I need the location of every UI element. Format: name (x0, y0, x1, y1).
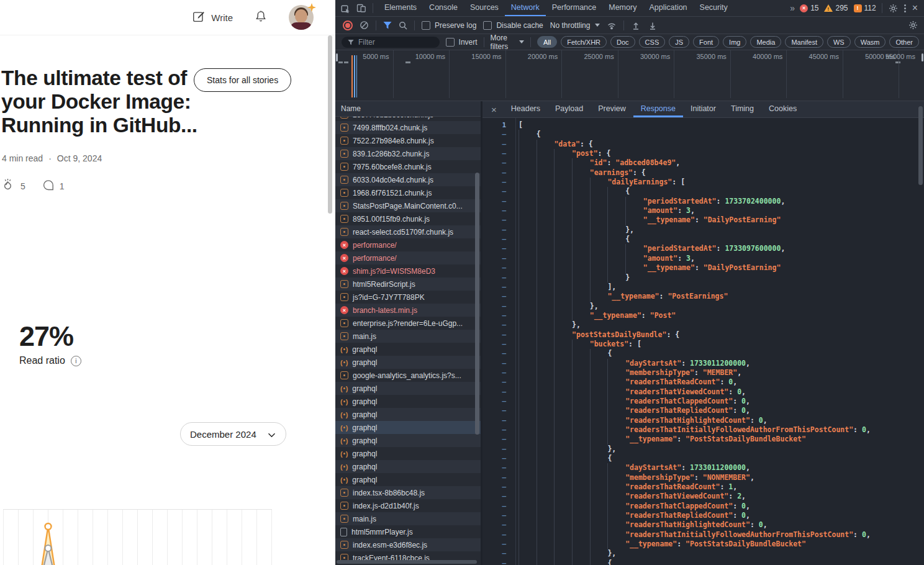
fold-marker-icon[interactable]: – (482, 473, 515, 482)
fold-marker-icon[interactable]: – (482, 187, 515, 196)
fold-marker-icon[interactable]: – (482, 330, 515, 340)
responses-count[interactable]: 1 (60, 181, 65, 191)
devtools-tab-network[interactable]: Network (505, 0, 546, 16)
detail-tab-headers[interactable]: Headers (504, 101, 548, 117)
fold-marker-icon[interactable]: – (482, 197, 515, 206)
response-scrollbar[interactable] (918, 106, 923, 185)
fold-marker-icon[interactable]: – (482, 320, 515, 330)
request-row[interactable]: 839.1c286b32.chunk.js (335, 147, 481, 160)
fold-marker-icon[interactable]: – (482, 377, 515, 387)
fold-marker-icon[interactable]: – (482, 559, 515, 565)
devtools-tab-memory[interactable]: Memory (602, 0, 643, 16)
kebab-menu-icon[interactable] (899, 4, 911, 12)
request-row[interactable]: main.js (335, 330, 481, 343)
info-icon[interactable]: i (71, 356, 81, 366)
request-row[interactable]: ()graphql (335, 434, 481, 447)
detail-tab-response[interactable]: Response (633, 101, 683, 117)
request-row[interactable]: 6033.04dc0e4d.chunk.js (335, 173, 481, 186)
devtools-tab-sources[interactable]: Sources (464, 0, 505, 16)
stats-for-all-stories-button[interactable]: Stats for all stories (194, 68, 291, 92)
request-row[interactable]: 8951.00f15fb9.chunk.js (335, 212, 481, 225)
fold-marker-icon[interactable]: – (482, 206, 515, 215)
filter-type-fetchxhr[interactable]: Fetch/XHR (561, 36, 607, 48)
record-network-log-button[interactable] (343, 20, 353, 30)
request-row[interactable]: index.tsx-8b86bc48.js (335, 486, 481, 499)
fold-marker-icon[interactable]: – (482, 435, 515, 444)
fold-marker-icon[interactable]: – (482, 425, 515, 435)
request-row[interactable]: react-select.cd51709f.chunk.js (335, 225, 481, 238)
fold-marker-icon[interactable]: – (482, 397, 515, 406)
inspect-element-icon[interactable] (341, 4, 350, 13)
fold-marker-icon[interactable]: – (482, 244, 515, 253)
fold-marker-icon[interactable]: – (482, 445, 515, 454)
network-settings-gear-icon[interactable] (908, 20, 918, 30)
request-row[interactable]: StatsPostPage.MainContent.c0... (335, 199, 481, 212)
request-row[interactable]: ×performance/ (335, 238, 481, 251)
fold-marker-icon[interactable]: – (482, 149, 515, 158)
fold-marker-icon[interactable]: – (482, 549, 515, 558)
request-row[interactable]: ()graphql (335, 382, 481, 395)
invert-toggle[interactable]: Invert (446, 38, 478, 47)
fold-marker-icon[interactable]: – (482, 168, 515, 178)
request-row[interactable]: js?id=G-7JY7T788PK (335, 291, 481, 304)
search-icon[interactable] (399, 21, 407, 30)
import-har-icon[interactable] (631, 20, 641, 30)
filter-type-css[interactable]: CSS (639, 36, 666, 48)
throttling-select[interactable]: No throttling (550, 21, 600, 30)
request-row[interactable]: google-analytics_analytics.js?s... (335, 369, 481, 382)
request-row[interactable]: 2557.45b2b5c6.chunk.js (335, 117, 481, 121)
fold-marker-icon[interactable]: – (482, 416, 515, 425)
request-row[interactable]: ()graphql (335, 447, 481, 460)
timeline-ruler[interactable]: 5000 ms10000 ms15000 ms20000 ms25000 ms3… (335, 50, 924, 101)
detail-tab-timing[interactable]: Timing (723, 101, 761, 117)
notifications-bell[interactable] (254, 9, 268, 25)
filter-type-font[interactable]: Font (693, 36, 719, 48)
request-row[interactable]: 7499.8fffb024.chunk.js (335, 121, 481, 134)
filter-type-wasm[interactable]: Wasm (854, 36, 886, 48)
fold-marker-icon[interactable]: – (482, 454, 515, 463)
fold-marker-icon[interactable]: – (482, 511, 515, 520)
request-row[interactable]: main.js (335, 512, 481, 525)
detail-tab-preview[interactable]: Preview (591, 101, 633, 117)
request-row[interactable]: ()graphql (335, 356, 481, 369)
fold-marker-icon[interactable]: – (482, 302, 515, 311)
fold-marker-icon[interactable]: – (482, 520, 515, 530)
fold-marker-icon[interactable]: – (482, 387, 515, 397)
fold-marker-icon[interactable]: – (482, 359, 515, 368)
fold-marker-icon[interactable]: – (482, 492, 515, 501)
devtools-tab-application[interactable]: Application (643, 0, 693, 16)
disable-cache-toggle[interactable]: Disable cache (483, 21, 543, 30)
fold-marker-icon[interactable]: – (482, 311, 515, 320)
filter-type-img[interactable]: Img (723, 36, 746, 48)
request-row[interactable]: html5RedirScript.js (335, 278, 481, 291)
avatar[interactable] (289, 5, 314, 30)
request-row[interactable]: ()graphql (335, 473, 481, 486)
request-row[interactable]: ×shim.js?id=WISfSM8eD3 (335, 264, 481, 278)
request-row[interactable]: enterprise.js?render=6Le-uGgp... (335, 317, 481, 330)
request-row[interactable]: ×branch-latest.min.js (335, 304, 481, 317)
left-pane-scrollbar[interactable] (328, 35, 332, 214)
request-list-vertical-scrollbar[interactable] (475, 173, 479, 435)
network-conditions-icon[interactable] (607, 20, 617, 30)
detail-tab-cookies[interactable]: Cookies (761, 101, 804, 117)
fold-marker-icon[interactable]: – (482, 406, 515, 415)
fold-marker-icon[interactable]: – (482, 540, 515, 549)
fold-marker-icon[interactable]: – (482, 178, 515, 187)
filter-type-ws[interactable]: WS (827, 36, 851, 48)
filter-type-all[interactable]: All (537, 36, 557, 48)
devtools-tab-performance[interactable]: Performance (546, 0, 603, 16)
request-row[interactable]: 7975.60bcefe8.chunk.js (335, 160, 481, 173)
fold-marker-icon[interactable]: – (482, 292, 515, 301)
fold-marker-icon[interactable]: – (482, 273, 515, 282)
fold-marker-icon[interactable]: – (482, 349, 515, 358)
fold-marker-icon[interactable]: – (482, 482, 515, 492)
fold-marker-icon[interactable]: – (482, 463, 515, 472)
request-row[interactable]: ()graphql (335, 343, 481, 356)
settings-gear-icon[interactable] (889, 4, 898, 13)
invert-checkbox[interactable] (446, 38, 455, 47)
claps-count[interactable]: 5 (20, 181, 25, 191)
fold-marker-icon[interactable]: – (482, 215, 515, 225)
request-row[interactable]: ×performance/ (335, 251, 481, 264)
request-row[interactable]: index.esm-e3d6f8ec.js (335, 538, 481, 551)
devtools-tab-elements[interactable]: Elements (378, 0, 423, 16)
